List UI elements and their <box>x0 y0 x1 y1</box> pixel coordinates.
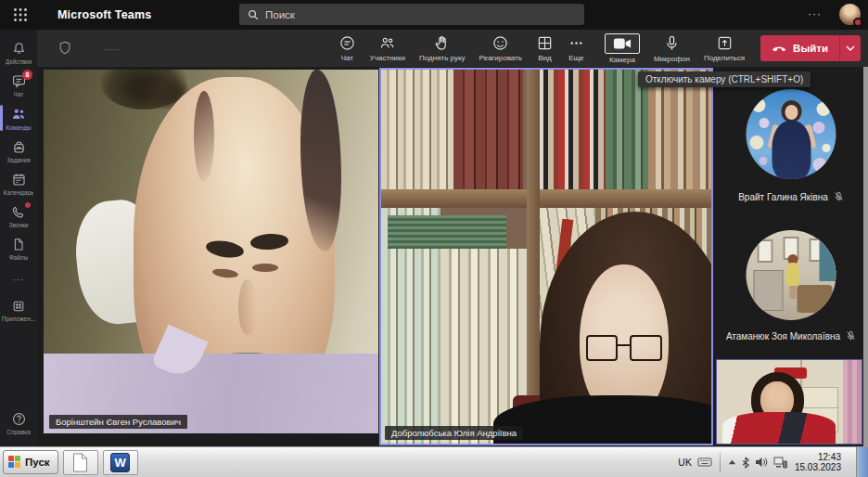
flowers-graphic <box>752 98 766 112</box>
taskbar-word-button[interactable]: W <box>103 450 138 475</box>
sidebar-item-label: Звонки <box>9 222 29 228</box>
teams-window: Microsoft Teams Поиск ··· Действия 8 Чат… <box>0 0 868 477</box>
system-tray: UK 12:43 15.03.2023 <box>678 447 868 477</box>
video-tile-2-nameplate: Добролюбська Юлія Андріївна <box>385 426 523 440</box>
phone-icon <box>11 204 27 220</box>
participant-avatar-1[interactable] <box>747 89 836 179</box>
title-bar: Microsoft Teams Поиск ··· <box>0 0 868 30</box>
people-icon <box>378 34 397 52</box>
share-icon <box>716 34 734 52</box>
panel-scrollbar[interactable] <box>863 67 868 446</box>
sidebar-item-label: Справка <box>6 429 31 435</box>
taskbar-document-button[interactable] <box>63 450 98 475</box>
app-launcher-icon[interactable] <box>13 7 28 22</box>
video-tile-3[interactable] <box>716 359 862 445</box>
windows-logo-icon <box>8 456 21 469</box>
sidebar-item-label: Приложен... <box>2 316 35 322</box>
chat-button[interactable]: Чат <box>333 32 362 64</box>
windows-taskbar: Пуск W UK 12:43 15.03.2023 <box>0 446 868 477</box>
sidebar-item-more[interactable]: ··· <box>0 264 37 294</box>
mic-off-icon <box>834 191 844 202</box>
leave-options-chevron[interactable] <box>839 35 861 61</box>
participant-name-2: Атаманюк Зоя Миколаївна <box>714 330 868 342</box>
shield-icon <box>57 40 72 57</box>
taskbar-clock[interactable]: 12:43 15.03.2023 <box>795 452 841 472</box>
curtain-graphic <box>843 360 862 444</box>
calls-notification-dot <box>25 202 31 208</box>
search-icon <box>248 9 259 20</box>
meeting-stage: Борінштейн Євген Руславович Добролюб <box>37 67 868 446</box>
video-tile-2[interactable]: Добролюбська Юлія Андріївна <box>379 68 713 445</box>
sidebar-item-chat[interactable]: 8 Чат <box>0 69 37 101</box>
app-title: Microsoft Teams <box>57 8 151 21</box>
participant-name-1: Врайт Галина Яківна <box>714 191 868 202</box>
view-grid-icon <box>536 34 554 52</box>
search-input[interactable]: Поиск <box>239 4 584 25</box>
teams-icon <box>10 106 27 122</box>
meeting-toolbar: --:-- Чат Участники Поднять руку Реагиро… <box>37 30 868 67</box>
sidebar-item-apps[interactable]: Приложен... <box>0 294 37 326</box>
language-indicator[interactable]: UK <box>678 457 692 468</box>
participants-panel: Врайт Галина Яківна Атаманюк Зоя Миколаї… <box>714 67 868 446</box>
participant-2-glasses <box>586 335 662 361</box>
camera-tooltip: Отключить камеру (CTRL+SHIFT+O) <box>638 71 811 87</box>
clock-time: 12:43 <box>795 452 841 462</box>
sidebar-item-calls[interactable]: Звонки <box>0 200 37 232</box>
search-placeholder: Поиск <box>265 9 295 20</box>
raise-hand-icon <box>433 34 451 52</box>
participants-button[interactable]: Участники <box>364 32 411 64</box>
help-circle-icon <box>11 411 27 427</box>
start-button[interactable]: Пуск <box>3 450 58 474</box>
apps-grid-icon <box>11 299 26 314</box>
camera-icon <box>605 33 640 54</box>
participant-avatar-2[interactable] <box>747 230 836 320</box>
busy-status-badge <box>853 18 862 27</box>
bluetooth-icon[interactable] <box>742 457 749 469</box>
microphone-button[interactable]: Микрофон <box>648 32 696 65</box>
sidebar-item-label: Задания <box>6 157 31 163</box>
share-button[interactable]: Поделиться <box>698 32 750 64</box>
sidebar-item-calendar[interactable]: Календарь <box>0 167 37 200</box>
hangup-icon <box>772 45 786 52</box>
blank-document-icon <box>72 453 88 472</box>
clock-date: 15.03.2023 <box>795 462 841 472</box>
network-icon[interactable] <box>773 457 787 469</box>
participant-3-shirt <box>722 412 836 445</box>
sidebar-item-activity[interactable]: Действия <box>0 36 37 69</box>
raise-hand-button[interactable]: Поднять руку <box>414 32 470 64</box>
certificates-graphic <box>758 239 773 263</box>
video-tile-1[interactable]: Борінштейн Євген Руславович <box>44 70 378 433</box>
view-button[interactable]: Вид <box>530 32 559 64</box>
chat-unread-badge: 8 <box>22 70 32 80</box>
file-icon <box>11 237 26 252</box>
show-desktop-button[interactable] <box>856 447 868 477</box>
sidebar-item-label: Календарь <box>4 189 34 196</box>
speaker-icon[interactable] <box>755 457 768 468</box>
bell-icon <box>11 41 27 57</box>
keyboard-icon[interactable] <box>697 457 712 468</box>
sidebar-item-label: Чат <box>14 91 24 97</box>
hidden-icons-arrow[interactable] <box>728 458 736 467</box>
app-sidebar: Действия 8 Чат Команды Задания Календарь… <box>0 30 37 446</box>
word-icon: W <box>110 453 130 472</box>
sidebar-item-help[interactable]: Справка <box>0 406 37 439</box>
titlebar-more-icon[interactable]: ··· <box>808 7 822 20</box>
chat-bubble-icon <box>338 34 356 52</box>
bookshelf-graphic <box>381 70 453 193</box>
user-avatar[interactable] <box>839 4 861 25</box>
sidebar-item-assignments[interactable]: Задания <box>0 135 37 167</box>
meeting-timer: --:-- <box>104 45 121 53</box>
sidebar-item-teams[interactable]: Команды <box>0 101 37 135</box>
mic-off-icon <box>846 330 856 342</box>
calendar-icon <box>11 172 27 187</box>
camera-button[interactable]: Камера <box>599 32 645 66</box>
more-dots-icon <box>568 34 585 52</box>
smiley-icon <box>491 34 509 52</box>
sidebar-item-label: Файлы <box>9 254 29 261</box>
react-button[interactable]: Реагировать <box>473 32 527 64</box>
sidebar-item-files[interactable]: Файлы <box>0 232 37 264</box>
leave-button[interactable]: Выйти <box>760 35 861 61</box>
mic-icon <box>663 34 681 53</box>
more-actions-button[interactable]: Еще <box>562 32 591 64</box>
meeting-controls: Чат Участники Поднять руку Реагировать В… <box>333 30 861 67</box>
